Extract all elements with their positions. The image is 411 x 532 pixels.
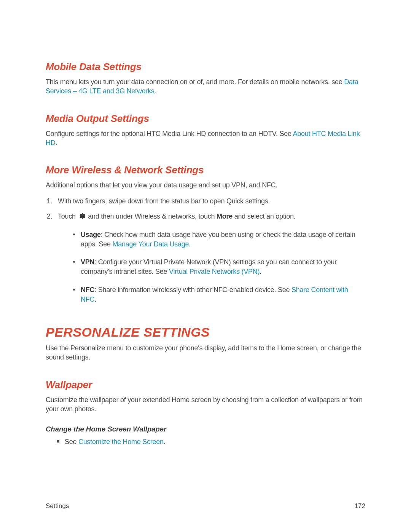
text: See bbox=[65, 438, 78, 446]
link-manage-data-usage[interactable]: Manage Your Data Usage bbox=[113, 240, 189, 248]
gear-icon bbox=[78, 212, 86, 222]
heading-mobile-data: Mobile Data Settings bbox=[46, 61, 365, 73]
text: and then under Wireless & networks, touc… bbox=[86, 212, 217, 220]
bullet-nfc: NFC: Share information wirelessly with o… bbox=[73, 285, 365, 304]
bullet-usage: Usage: Check how much data usage have yo… bbox=[73, 230, 365, 249]
link-vpn[interactable]: Virtual Private Networks (VPN) bbox=[169, 268, 260, 275]
paragraph-mobile-data: This menu lets you turn your data connec… bbox=[46, 77, 365, 96]
text: Configure settings for the optional HTC … bbox=[46, 130, 293, 137]
bullet-customize-home: See Customize the Home Screen. bbox=[57, 437, 365, 447]
subheading-change-wallpaper: Change the Home Screen Wallpaper bbox=[46, 425, 365, 433]
text: . bbox=[164, 438, 166, 446]
document-page: Mobile Data Settings This menu lets you … bbox=[0, 0, 411, 532]
link-customize-home-screen[interactable]: Customize the Home Screen bbox=[78, 438, 164, 446]
text: . bbox=[189, 240, 191, 248]
text: . bbox=[155, 87, 156, 95]
text: Touch bbox=[58, 212, 78, 220]
step-2: Touch and then under Wireless & networks… bbox=[54, 212, 365, 304]
text: and select an option. bbox=[233, 212, 296, 220]
bold-more: More bbox=[217, 212, 233, 220]
bold-nfc: NFC bbox=[81, 286, 94, 294]
text: . bbox=[56, 139, 57, 147]
paragraph-personalize: Use the Personalize menu to customize yo… bbox=[46, 343, 365, 362]
text: This menu lets you turn your data connec… bbox=[46, 78, 344, 86]
sub-bullets: Usage: Check how much data usage have yo… bbox=[58, 230, 365, 304]
heading-wallpaper: Wallpaper bbox=[46, 379, 365, 391]
paragraph-media-output: Configure settings for the optional HTC … bbox=[46, 129, 365, 148]
bold-usage: Usage bbox=[81, 231, 101, 238]
square-bullets: See Customize the Home Screen. bbox=[46, 437, 365, 447]
text: . bbox=[260, 268, 261, 275]
step-1: With two fingers, swipe down from the st… bbox=[54, 197, 365, 206]
page-footer: Settings 172 bbox=[46, 502, 365, 510]
steps-list: With two fingers, swipe down from the st… bbox=[46, 197, 365, 304]
text: . bbox=[94, 296, 96, 303]
bullet-vpn: VPN: Configure your Virtual Private Netw… bbox=[73, 257, 365, 276]
heading-media-output: Media Output Settings bbox=[46, 113, 365, 125]
heading-more-wireless: More Wireless & Network Settings bbox=[46, 164, 365, 176]
heading-personalize: PERSONALIZE SETTINGS bbox=[46, 325, 365, 340]
paragraph-more-wireless-intro: Additional options that let you view you… bbox=[46, 181, 365, 190]
footer-section: Settings bbox=[46, 502, 69, 510]
text: : Share information wirelessly with othe… bbox=[94, 286, 292, 294]
paragraph-wallpaper: Customize the wallpaper of your extended… bbox=[46, 395, 365, 414]
bold-vpn: VPN bbox=[81, 258, 94, 266]
footer-page-number: 172 bbox=[355, 502, 365, 510]
